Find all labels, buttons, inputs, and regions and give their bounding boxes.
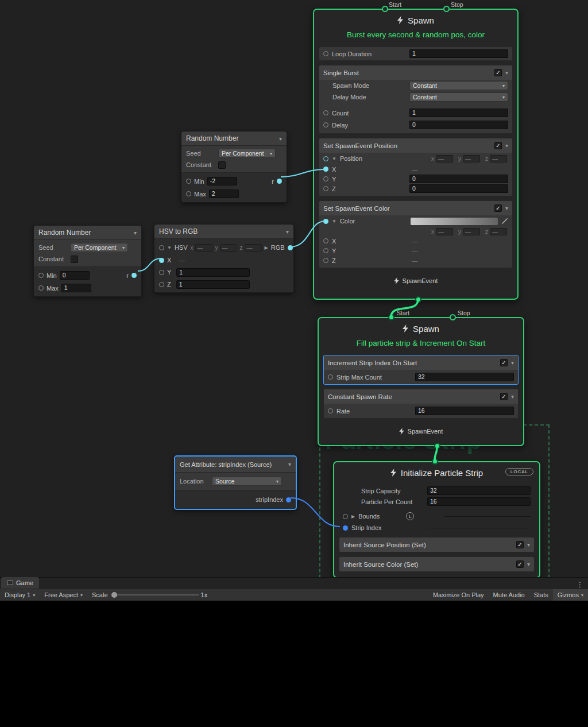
collapse-chevron-icon[interactable]: ▾ <box>279 136 282 142</box>
node-random-number-2[interactable]: Random Number ▾ Seed Per Component ▾ Con… <box>33 225 142 297</box>
min-value-field[interactable]: 0 <box>60 271 90 280</box>
max-value-field[interactable]: 1 <box>61 284 91 292</box>
loop-duration-port[interactable] <box>323 51 328 56</box>
local-space-toggle-icon[interactable]: L <box>406 512 414 520</box>
count-port[interactable] <box>323 110 328 115</box>
z-input-port[interactable] <box>159 282 164 287</box>
max-input-port[interactable] <box>38 285 44 291</box>
y-mini-field[interactable]: — <box>463 228 480 235</box>
y-mini-field[interactable]: — <box>220 244 237 252</box>
block-set-spawnevent-color[interactable]: Set SpawnEvent Color ✓ ▾ ▼ Color <box>319 200 513 268</box>
block-constant-spawn-rate[interactable]: Constant Spawn Rate ✓ ▾ Rate 16 <box>323 389 519 419</box>
block-enabled-checkbox[interactable]: ✓ <box>500 359 508 366</box>
spawn-context-1[interactable]: Start Stop Spawn Burst every second & ra… <box>313 9 519 300</box>
min-input-port[interactable] <box>186 179 191 184</box>
node-get-attribute-stripindex[interactable]: Get Attribute: stripIndex (Source) ▾ Loc… <box>174 455 297 510</box>
r-output-port[interactable] <box>131 273 137 278</box>
node-random-number-1[interactable]: Random Number ▾ Seed Per Component ▾ Con… <box>181 131 287 203</box>
bounds-port[interactable] <box>343 514 348 519</box>
block-inherit-source-position[interactable]: Inherit Source Position (Set) ✓ ▾ <box>339 537 535 552</box>
scale-slider-knob[interactable] <box>111 592 117 598</box>
node-title-bar[interactable]: Get Attribute: stripIndex (Source) ▾ <box>175 457 296 473</box>
position-x-port[interactable] <box>323 167 328 172</box>
collapse-chevron-icon[interactable]: ▾ <box>286 229 289 235</box>
spawnevent-output-port[interactable] <box>415 296 421 303</box>
z-mini-field[interactable]: — <box>490 155 507 163</box>
x-input-port[interactable] <box>159 258 164 263</box>
max-input-port[interactable] <box>186 191 191 196</box>
spawn-mode-dropdown[interactable]: Constant ▾ <box>409 81 508 90</box>
delay-mode-dropdown[interactable]: Constant ▾ <box>409 92 508 102</box>
stop-flow-port[interactable] <box>450 314 456 320</box>
stop-flow-port[interactable] <box>443 6 450 12</box>
start-flow-port[interactable] <box>382 6 388 12</box>
gizmos-dropdown[interactable]: Gizmos ▾ <box>553 589 588 601</box>
constant-checkbox[interactable] <box>71 256 78 263</box>
max-value-field[interactable]: 2 <box>209 190 239 198</box>
node-title-bar[interactable]: Random Number ▾ <box>34 226 141 240</box>
position-z-port[interactable] <box>323 186 328 191</box>
r-output-port[interactable] <box>277 179 282 184</box>
expand-triangle-icon[interactable]: ▼ <box>332 219 336 224</box>
block-enabled-checkbox[interactable]: ✓ <box>494 142 502 149</box>
rgb-output-port[interactable] <box>288 245 293 250</box>
loop-duration-field[interactable]: 1 <box>409 49 508 58</box>
min-input-port[interactable] <box>38 273 44 278</box>
position-y-port[interactable] <box>323 176 328 181</box>
rate-field[interactable]: 16 <box>415 407 514 415</box>
mute-audio-button[interactable]: Mute Audio <box>489 589 529 601</box>
eyedropper-icon[interactable] <box>501 218 508 225</box>
rate-port[interactable] <box>328 408 333 413</box>
seed-dropdown[interactable]: Per Component ▾ <box>71 243 128 252</box>
local-badge[interactable]: LOCAL <box>505 468 533 475</box>
delay-port[interactable] <box>323 122 328 127</box>
x-mini-field[interactable]: — <box>195 244 212 252</box>
strip-index-port[interactable] <box>343 525 348 531</box>
spawn-context-2[interactable]: Start Stop Spawn Fill particle strip & I… <box>318 317 524 446</box>
block-single-burst[interactable]: Single Burst ✓ ▾ Spawn Mode Constant ▾ <box>319 65 513 134</box>
x-mini-field[interactable]: — <box>436 228 453 235</box>
delay-field[interactable]: 0 <box>409 121 508 129</box>
node-title-bar[interactable]: HSV to RGB ▾ <box>154 225 293 239</box>
collapse-chevron-icon[interactable]: ▾ <box>134 230 137 236</box>
block-chevron-icon[interactable]: ▾ <box>505 142 508 149</box>
stats-button[interactable]: Stats <box>529 589 553 601</box>
block-enabled-checkbox[interactable]: ✓ <box>500 393 508 400</box>
expand-triangle-icon[interactable]: ▶ <box>351 514 355 519</box>
z-mini-field[interactable]: — <box>245 244 262 252</box>
color-swatch-field[interactable] <box>411 218 498 225</box>
block-chevron-icon[interactable]: ▾ <box>511 359 514 366</box>
block-chevron-icon[interactable]: ▾ <box>505 69 508 76</box>
node-hsv-to-rgb[interactable]: HSV to RGB ▾ ▼ HSV x— y— z— ▶ RGB X — <box>154 224 294 293</box>
display-dropdown[interactable]: Display 1 ▾ <box>0 589 40 601</box>
scale-slider[interactable] <box>111 592 199 598</box>
hsv-input-port[interactable] <box>159 245 164 250</box>
position-port[interactable] <box>323 156 328 161</box>
constant-checkbox[interactable] <box>218 161 226 169</box>
aspect-dropdown[interactable]: Free Aspect ▾ <box>40 589 87 601</box>
block-loop-duration[interactable]: Loop Duration 1 <box>319 47 513 61</box>
stripindex-output-port[interactable] <box>286 497 291 502</box>
strip-max-count-port[interactable] <box>328 374 333 380</box>
tab-menu-kebab-icon[interactable]: ⋮ <box>572 581 588 589</box>
block-enabled-checkbox[interactable]: ✓ <box>494 204 502 212</box>
game-tab[interactable]: Game <box>1 577 39 589</box>
vfx-graph-canvas[interactable]: Particle Strip Random Number ▾ Seed Per … <box>0 0 588 577</box>
node-title-bar[interactable]: Random Number ▾ <box>181 132 287 146</box>
collapse-chevron-icon[interactable]: ▾ <box>288 461 291 467</box>
y-mini-field[interactable]: — <box>463 155 480 163</box>
block-chevron-icon[interactable]: ▾ <box>505 205 508 211</box>
block-enabled-checkbox[interactable]: ✓ <box>516 560 524 568</box>
block-inherit-source-color[interactable]: Inherit Source Color (Set) ✓ ▾ <box>339 556 535 572</box>
expand-triangle-icon[interactable]: ▼ <box>167 245 172 250</box>
particle-per-count-field[interactable]: 16 <box>427 497 531 506</box>
x-mini-field[interactable]: — <box>436 155 453 163</box>
block-chevron-icon[interactable]: ▾ <box>527 542 530 548</box>
z-value-field[interactable]: 1 <box>176 280 250 289</box>
min-value-field[interactable]: -2 <box>207 177 237 185</box>
maximize-on-play-button[interactable]: Maximize On Play <box>428 589 489 601</box>
z-mini-field[interactable]: — <box>490 228 507 235</box>
spawnevent-output-port[interactable] <box>434 443 440 449</box>
strip-capacity-field[interactable]: 32 <box>427 486 531 495</box>
initialize-input-port[interactable] <box>432 458 438 465</box>
